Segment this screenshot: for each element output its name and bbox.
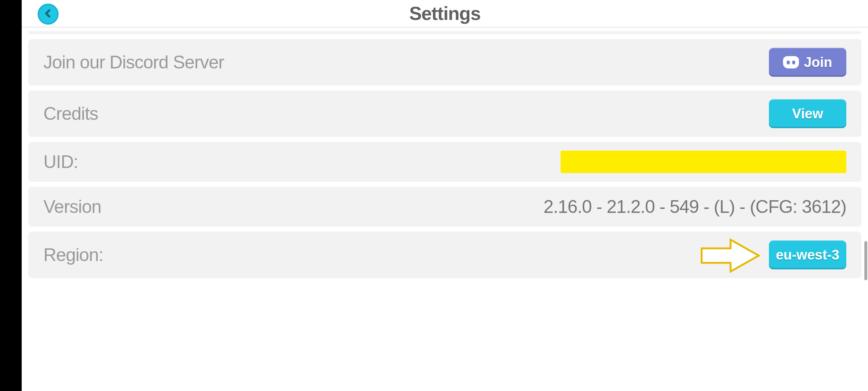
list-item-region: Region: eu-west-3 [28,232,861,278]
settings-screen: Settings Join our Discord Server Join Cr… [22,0,868,391]
list-item-credits: Credits View [28,91,861,137]
version-value: 2.16.0 - 21.2.0 - 549 - (L) - (CFG: 3612… [544,196,846,217]
credits-label: Credits [43,103,98,124]
list-item-discord: Join our Discord Server Join [28,39,861,85]
back-button[interactable] [38,4,59,25]
version-label: Version [43,196,101,217]
list-item-partial [28,31,861,34]
discord-label: Join our Discord Server [43,52,224,73]
settings-list: Join our Discord Server Join Credits Vie… [22,28,868,391]
page-title: Settings [409,3,480,24]
header: Settings [22,0,868,28]
region-button[interactable]: eu-west-3 [769,240,846,269]
uid-label: UID: [43,151,78,172]
view-button-label: View [792,106,823,122]
region-button-label: eu-west-3 [776,247,839,263]
uid-value-redacted [561,151,846,173]
view-credits-button[interactable]: View [769,99,846,128]
chevron-left-icon [43,9,53,20]
svg-marker-0 [702,240,759,272]
arrow-right-annotation-icon [700,237,762,274]
join-button-label: Join [804,55,832,70]
region-label: Region: [43,244,103,265]
scrollbar-thumb[interactable] [864,241,867,280]
list-item-version: Version 2.16.0 - 21.2.0 - 549 - (L) - (C… [28,187,861,227]
discord-icon [783,56,799,68]
join-discord-button[interactable]: Join [769,48,846,77]
left-black-bar [0,0,22,391]
list-item-uid: UID: [28,142,861,182]
